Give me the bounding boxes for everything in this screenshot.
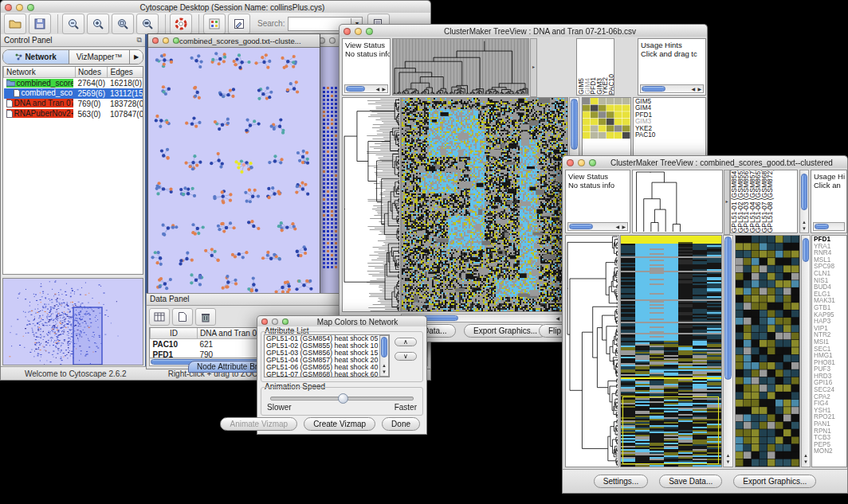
tv2-heatmap-panel[interactable] (620, 235, 722, 467)
save-button[interactable] (29, 14, 51, 34)
birdseye-view[interactable] (3, 279, 143, 365)
done-button[interactable]: Done (382, 417, 420, 431)
new-attribute-icon[interactable] (172, 308, 193, 326)
zoom-in-icon[interactable] (87, 14, 109, 34)
data-panel-title: Data Panel (150, 295, 189, 303)
column-dendrogram[interactable] (393, 39, 528, 95)
network-row-selected[interactable]: combined_sco 2569(6) 13112(15) (4, 88, 144, 99)
birdseye-panel[interactable] (2, 278, 143, 365)
zoom-window-icon[interactable] (366, 28, 373, 35)
zoom-heatmap[interactable] (736, 236, 799, 467)
control-panel-header: Control Panel ⧉ (1, 34, 145, 47)
column-dendrogram[interactable] (633, 170, 684, 232)
col-network[interactable]: Network (4, 67, 76, 78)
annotation-icon[interactable] (228, 14, 250, 34)
view-status-scrollbar[interactable]: ◀ ▶ (344, 84, 388, 93)
toolbar-separator (198, 14, 199, 33)
tv2-row-dendrogram-panel[interactable] (565, 235, 619, 467)
tab-network[interactable]: Network (3, 50, 69, 64)
global-heatmap[interactable] (621, 236, 721, 467)
network-frame: combined_scores_good.txt--cluste... (147, 33, 320, 300)
row-dendrogram[interactable] (566, 236, 618, 467)
attribute-list-scrollbar[interactable]: ▲ ▼ (379, 335, 389, 377)
slider-thumb[interactable] (338, 393, 348, 404)
tv2-divider[interactable]: ▸ (724, 170, 730, 235)
view-status-scrollbar[interactable]: ◀ ▶ (567, 222, 628, 231)
usage-hints-info: Click an (814, 181, 841, 189)
animation-slider[interactable] (270, 397, 414, 400)
network-row[interactable]: combined_scores 2764(0) 16218(0) (4, 78, 144, 89)
zoom-window-icon[interactable] (282, 318, 289, 325)
column-label[interactable]: PAC10 (609, 74, 615, 95)
tv1-row-dendrogram-panel[interactable] (342, 97, 401, 312)
attribute-item[interactable]: GPL51-07 (GSM868) heat shock 60 min (265, 371, 389, 377)
zoom-window-icon[interactable] (589, 159, 596, 166)
vizmapper-icon[interactable] (203, 14, 226, 34)
tv1-column-dendrogram-panel[interactable] (392, 38, 529, 96)
folder-icon (6, 80, 15, 87)
network-row[interactable]: DNA and Tran 07 769(0) 183728(0) (4, 99, 144, 109)
tv1-heatmap-panel[interactable] (401, 97, 568, 312)
zoom-selected-icon[interactable] (112, 14, 134, 34)
gene-label[interactable]: PAC10 (635, 132, 704, 139)
col-nodes[interactable]: Nodes (76, 67, 108, 78)
save-data-button[interactable]: Save Data... (659, 475, 722, 488)
close-icon[interactable] (344, 28, 351, 35)
select-attributes-icon[interactable] (149, 308, 170, 326)
close-icon[interactable] (152, 37, 159, 44)
float-panel-icon[interactable]: ⧉ (137, 36, 142, 45)
open-file-button[interactable] (4, 14, 26, 34)
close-icon[interactable] (567, 159, 574, 166)
minimize-icon[interactable] (329, 37, 336, 44)
usage-hints-title: Usage Hints (641, 41, 682, 49)
network-table: Network Nodes Edges combined_scores 2764… (3, 67, 143, 119)
tv1-title: ClusterMaker TreeView : DNA and Tran 07-… (373, 27, 707, 36)
tab-overflow-button[interactable]: ▶ (130, 50, 143, 64)
zoom-out-icon[interactable] (62, 14, 84, 34)
usage-hints-scrollbar[interactable] (813, 222, 845, 231)
animate-vizmap-button[interactable]: Animate Vizmap (220, 417, 297, 431)
row-dendrogram[interactable] (343, 98, 400, 311)
minimize-icon[interactable] (272, 318, 278, 325)
view-status-title: View Status (345, 41, 385, 49)
tv2-top-vscrollbar[interactable]: ▲ ▼ (799, 170, 809, 233)
attribute-list: GPL51-01 (GSM854) heat shock 05 minGPL51… (264, 334, 390, 377)
search-label: Search: (257, 19, 285, 28)
network-frame-titlebar[interactable]: combined_scores_good.txt--cluste... (148, 34, 320, 48)
network-view[interactable] (148, 48, 318, 299)
usage-hints-scrollbar[interactable]: ◀ ▶ (640, 84, 704, 93)
export-graphics-button[interactable]: Export Graphics... (733, 475, 816, 488)
delete-attribute-icon[interactable] (195, 308, 216, 326)
zoom-fit-icon[interactable] (136, 14, 159, 34)
tv2-genes-scrollbar[interactable]: ▲ ▼ (801, 235, 811, 467)
tv1-divider[interactable]: ▸ (530, 38, 537, 97)
move-up-button[interactable]: ∧ (395, 338, 417, 346)
view-status-info: No status info (568, 181, 614, 189)
help-lifesaver-icon[interactable] (170, 14, 192, 34)
minimize-icon[interactable] (16, 4, 23, 11)
desktop: Cytoscape Desktop (Session Name: collins… (0, 0, 848, 504)
tab-vizmapper[interactable]: VizMapper™ (69, 50, 130, 64)
tv2-vscrollbar[interactable]: ▲ ▼ (723, 235, 733, 467)
settings-button[interactable]: Settings... (594, 475, 648, 488)
close-icon[interactable] (261, 318, 268, 325)
zoom-window-icon[interactable] (27, 4, 34, 11)
minimize-icon[interactable] (355, 28, 362, 35)
tv2-zoom-panel[interactable] (735, 235, 800, 467)
minimize-icon[interactable] (578, 159, 585, 166)
zoom-heatmap[interactable] (583, 98, 630, 139)
global-heatmap[interactable] (402, 98, 567, 311)
tv2-column-dendrogram-panel[interactable] (632, 170, 723, 233)
create-vizmap-button[interactable]: Create Vizmap (304, 417, 375, 431)
col-edges[interactable]: Edges (108, 67, 143, 78)
gene-label[interactable]: MON2 (814, 448, 845, 455)
close-icon[interactable] (5, 4, 12, 11)
minimize-icon[interactable] (163, 37, 169, 44)
column-label[interactable]: GPL51-08 (GSM872) (768, 170, 774, 232)
network-row[interactable]: RNAPuberNov2+ 563(0) 107847(0) (4, 109, 144, 119)
col-id[interactable]: ID (151, 328, 198, 339)
zoom-window-icon[interactable] (173, 37, 179, 44)
move-down-button[interactable]: ∨ (395, 352, 417, 361)
network-list-panel: Network Nodes Edges combined_scores 2764… (2, 66, 143, 275)
export-graphics-button[interactable]: Export Graphics... (464, 324, 547, 338)
